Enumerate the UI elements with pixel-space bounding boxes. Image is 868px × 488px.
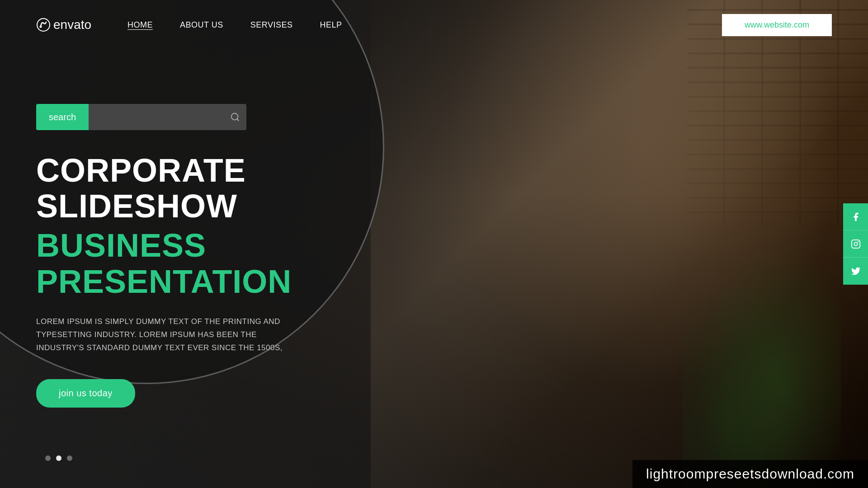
logo[interactable]: envato [36, 18, 91, 32]
nav-link-about[interactable]: ABOUT US [180, 20, 223, 29]
svg-point-3 [854, 242, 857, 245]
nav-item-services[interactable]: SERVISES [250, 20, 293, 30]
social-sidebar [843, 203, 868, 285]
navigation: envato HOME ABOUT US SERVISES HELP www.w… [0, 0, 868, 50]
slide-dot-2[interactable] [56, 455, 61, 461]
envato-logo-icon [36, 18, 51, 32]
nav-item-help[interactable]: HELP [320, 20, 342, 30]
watermark-text: lightroompreseetsdownload.com [646, 466, 854, 481]
search-icon [230, 112, 240, 122]
facebook-button[interactable] [843, 203, 868, 230]
join-button[interactable]: join us today [36, 379, 135, 408]
slide-dot-3[interactable] [67, 455, 72, 461]
twitter-icon [851, 266, 861, 276]
nav-link-home[interactable]: HOME [127, 20, 153, 29]
watermark: lightroompreseetsdownload.com [632, 460, 868, 488]
website-url-display: www.website.com [722, 14, 832, 36]
nav-item-about[interactable]: ABOUT US [180, 20, 223, 30]
svg-rect-2 [851, 239, 859, 248]
svg-point-0 [37, 19, 50, 31]
twitter-button[interactable] [843, 258, 868, 285]
search-button[interactable] [224, 104, 246, 130]
instagram-button[interactable] [843, 230, 868, 258]
search-bar: search [36, 104, 246, 130]
svg-point-4 [857, 241, 859, 242]
facebook-icon [851, 212, 861, 222]
instagram-icon [851, 239, 861, 249]
logo-text: envato [53, 18, 91, 32]
svg-point-5 [231, 113, 238, 120]
hero-description: LOREM IPSUM IS SIMPLY DUMMY TEXT OF THE … [36, 315, 289, 355]
nav-link-services[interactable]: SERVISES [250, 20, 293, 29]
svg-point-1 [40, 26, 42, 28]
search-label: search [36, 104, 89, 130]
slideshow-dots [45, 455, 72, 461]
nav-menu: HOME ABOUT US SERVISES HELP [127, 20, 342, 30]
search-input[interactable] [89, 104, 224, 130]
nav-item-home[interactable]: HOME [127, 20, 153, 30]
hero-content: search CORPORATE SLIDESHOW BUSINESS PRES… [36, 104, 375, 408]
nav-link-help[interactable]: HELP [320, 20, 342, 29]
svg-line-6 [237, 119, 239, 121]
headline-main: CORPORATE SLIDESHOW [36, 153, 375, 224]
slide-dot-1[interactable] [45, 455, 51, 461]
headline-sub: BUSINESS PRESENTATION [36, 228, 375, 299]
